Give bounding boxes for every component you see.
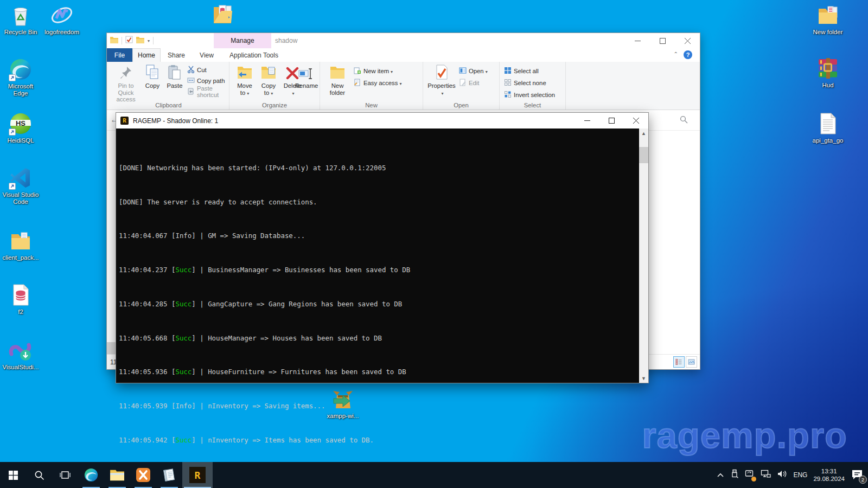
details-view-button[interactable] <box>673 356 685 368</box>
shortcut-arrow-icon <box>9 74 16 81</box>
copy-button[interactable]: Copy <box>142 63 163 89</box>
new-folder-qat-icon[interactable] <box>136 36 144 46</box>
select-none-icon <box>504 79 512 87</box>
language-indicator[interactable]: ENG <box>793 471 807 479</box>
new-folder-icon <box>329 66 346 81</box>
desktop-icon-client-pack[interactable]: client_pack... <box>0 229 41 261</box>
taskbar-search-button[interactable] <box>26 462 52 488</box>
taskbar-ragemp-icon[interactable]: R <box>182 462 213 488</box>
console-log-line: [DONE] The server is ready to accept con… <box>119 198 410 207</box>
invert-selection-button[interactable]: Invert selection <box>504 89 555 100</box>
qat-customize-chevron-icon[interactable]: ▾ <box>148 38 150 43</box>
open-button[interactable]: Open <box>459 66 488 76</box>
edit-icon <box>459 79 467 87</box>
scroll-up-arrow-icon[interactable]: ▲ <box>639 129 648 138</box>
desktop-icon-f2[interactable]: f2 <box>0 283 41 316</box>
explorer-titlebar[interactable]: ▾ Manage shadow <box>107 33 700 48</box>
console-log-line: 11:40:04.067 [Info] | GM => Saving Datab… <box>119 232 410 240</box>
network-icon[interactable] <box>761 470 771 480</box>
properties-check-icon[interactable] <box>125 36 133 46</box>
new-folder-button[interactable]: Newfolder <box>324 63 350 96</box>
task-view-button[interactable] <box>52 462 78 488</box>
group-label: Select <box>500 102 565 108</box>
desktop-icon-db-folder[interactable] <box>202 2 243 26</box>
new-item-icon <box>354 67 361 75</box>
console-scrollbar[interactable]: ▲ ▼ <box>639 129 648 383</box>
tab-file[interactable]: File <box>107 48 132 62</box>
tab-application-tools[interactable]: Application Tools <box>225 48 283 62</box>
desktop-icon-microsoft-edge[interactable]: Microsoft Edge <box>0 57 41 97</box>
move-to-icon <box>237 66 252 81</box>
taskbar-edge-icon[interactable] <box>78 462 104 488</box>
tab-home[interactable]: Home <box>132 48 161 62</box>
close-button[interactable] <box>624 113 648 129</box>
group-label: Open <box>423 102 499 108</box>
maximize-button[interactable] <box>650 33 675 48</box>
start-button[interactable] <box>0 462 26 488</box>
volume-icon[interactable] <box>777 470 787 480</box>
desktop-icon-label: Hud <box>807 82 848 89</box>
select-all-button[interactable]: Select all <box>504 66 539 76</box>
properties-button[interactable]: Properties <box>427 63 456 97</box>
console-log-line: 11:40:05.936 [Succ] | HouseFurniture => … <box>119 368 410 376</box>
move-to-button[interactable]: Moveto <box>233 63 257 97</box>
notification-badge: 2 <box>859 476 867 484</box>
ribbon-collapse-chevron-icon[interactable]: ⌃ <box>674 51 678 57</box>
scrollbar-thumb[interactable] <box>639 147 648 163</box>
minimize-button[interactable] <box>575 113 599 129</box>
edit-button[interactable]: Edit <box>459 78 479 88</box>
paste-shortcut-icon <box>187 87 195 96</box>
console-log: [DONE] Networking has been started: (IPv… <box>119 130 410 488</box>
desktop-icon-new-folder[interactable]: New folder <box>807 3 848 36</box>
update-pending-icon[interactable] <box>745 470 755 480</box>
console-titlebar[interactable]: R RAGEMP - Shadow Online: 1 <box>116 113 648 129</box>
taskbar-xampp-icon[interactable] <box>130 462 156 488</box>
copy-path-button[interactable]: Copy path <box>187 75 225 86</box>
close-button[interactable] <box>675 33 700 48</box>
tab-view[interactable]: View <box>192 48 221 62</box>
shortcut-arrow-icon <box>9 129 16 136</box>
select-none-button[interactable]: Select none <box>504 78 546 88</box>
copy-to-button[interactable]: Copyto <box>257 63 280 97</box>
minimize-button[interactable] <box>625 33 650 48</box>
help-icon[interactable]: ? <box>684 50 692 59</box>
desktop-icon-label: client_pack... <box>0 254 41 261</box>
desktop-icon-recycle-bin[interactable]: Recycle Bin <box>0 3 41 36</box>
clock[interactable]: 13:31 29.08.2024 <box>813 467 845 483</box>
rename-button[interactable]: Rename <box>293 63 320 89</box>
scroll-down-arrow-icon[interactable]: ▼ <box>639 374 648 383</box>
tab-share[interactable]: Share <box>161 48 192 62</box>
desktop-icon-logofreedom[interactable]: logofreedom <box>41 3 82 36</box>
new-item-button[interactable]: New item <box>354 66 393 76</box>
tray-expand-chevron-icon[interactable] <box>717 470 724 480</box>
desktop-icon-visualstudio-installer[interactable]: VisualStudi... <box>0 338 41 371</box>
group-label: Organize <box>229 102 320 108</box>
taskbar-notepad-icon[interactable] <box>156 462 182 488</box>
desktop-icon-heidisql[interactable]: HS HeidiSQL <box>0 112 41 144</box>
ribbon-group-clipboard: Pin to Quickaccess Copy Paste Cut Copy p… <box>108 62 229 110</box>
search-icon[interactable] <box>680 115 688 126</box>
taskbar-file-explorer-icon[interactable] <box>104 462 130 488</box>
easy-access-button[interactable]: Easy access <box>354 78 401 88</box>
paste-shortcut-button[interactable]: Paste shortcut <box>187 86 229 97</box>
tray-time: 13:31 <box>813 467 845 475</box>
paste-button[interactable]: Paste <box>163 63 186 89</box>
desktop-icon-api-gta-go[interactable]: api_gta_go <box>807 112 848 144</box>
copy-icon <box>146 65 159 81</box>
ribbon: Pin to Quickaccess Copy Paste Cut Copy p… <box>107 62 700 110</box>
watermark: ragemp.pro <box>642 414 847 456</box>
invert-selection-icon <box>504 91 512 99</box>
usb-icon[interactable] <box>730 469 739 481</box>
pin-to-quick-access-button[interactable]: Pin to Quickaccess <box>110 63 142 103</box>
maximize-button[interactable] <box>599 113 624 129</box>
action-center-button[interactable]: 2 <box>851 468 865 482</box>
cut-button[interactable]: Cut <box>187 65 207 75</box>
ragemp-icon: R <box>120 117 129 125</box>
desktop-icon-hud[interactable]: Hud <box>807 56 848 89</box>
folder-icon <box>110 36 118 46</box>
contextual-tab-group: Manage <box>214 33 271 48</box>
desktop-icon-vscode[interactable]: Visual Studio Code <box>0 166 41 206</box>
thumbnails-view-button[interactable] <box>686 356 697 368</box>
console-log-line: 11:40:05.942 [Succ] | nInventory => Item… <box>119 436 410 445</box>
group-label: New <box>320 102 423 108</box>
